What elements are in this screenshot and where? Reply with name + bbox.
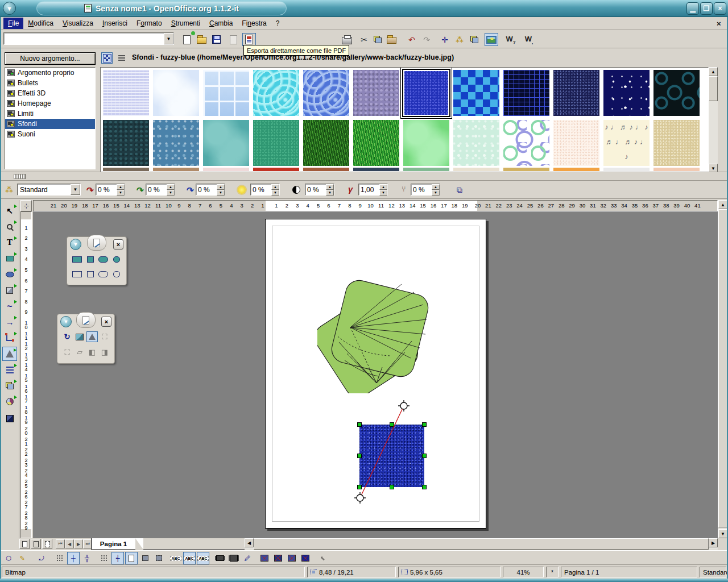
insert-tool[interactable] — [2, 394, 17, 409]
spin-down-icon[interactable]: ▼ — [117, 190, 125, 196]
paste-button[interactable] — [384, 33, 398, 46]
gallery-thumb-partial[interactable] — [603, 168, 650, 171]
square-icon[interactable] — [87, 271, 94, 277]
snap-to-grid-button[interactable] — [98, 552, 110, 564]
spin-up-icon[interactable]: ▲ — [117, 184, 125, 190]
save-button[interactable] — [209, 33, 223, 46]
gallery-scrollbar[interactable]: ▲ ▼ — [709, 67, 718, 173]
layer-view-mode-button[interactable] — [42, 539, 52, 549]
spin-down-icon[interactable]: ▼ — [217, 190, 225, 196]
gallery-scroll-thumb[interactable] — [709, 76, 718, 101]
transparency-icon[interactable]: ◧ — [86, 347, 98, 357]
gallery-thumb-clouds-pale-blue[interactable] — [153, 70, 199, 116]
open-button[interactable] — [195, 33, 208, 46]
horizontal-ruler[interactable]: 2120191817161514131211109876543211234567… — [33, 200, 718, 211]
gallery-thumb-water-cyan[interactable] — [253, 70, 299, 116]
transparency-spinfield[interactable]: 0 %▲▼ — [411, 184, 440, 196]
rectangles-floating-toolbar[interactable]: ▼ × — [67, 236, 127, 285]
gallery-thumb-partial[interactable] — [453, 168, 499, 171]
new-theme-button[interactable]: Nuovo argomento... — [5, 52, 96, 65]
select-tool[interactable]: ↖ — [2, 203, 17, 218]
filled-rounded-rectangle-icon[interactable] — [98, 256, 108, 263]
scroll-left-icon[interactable]: ◀ — [245, 538, 254, 547]
gallery-thumb-grass-dark[interactable] — [303, 120, 349, 166]
simple-handles-button[interactable] — [214, 552, 226, 564]
filled-square-icon[interactable] — [87, 256, 94, 263]
zoom-tool[interactable] — [2, 219, 17, 234]
menu-help[interactable]: ? — [271, 18, 284, 29]
print-button[interactable] — [340, 33, 354, 46]
graphics-mode-combobox[interactable]: Standard ▼ — [17, 184, 81, 196]
page-tab[interactable]: Pagina 1 — [91, 538, 135, 550]
gallery-thumb-partial[interactable] — [303, 168, 349, 171]
blue-spinfield[interactable]: 0 %▲▼ — [196, 184, 225, 196]
gallery-theme-bullets[interactable]: Bullets — [5, 78, 95, 88]
red-axis-line[interactable] — [351, 399, 414, 507]
scroll-thumb[interactable] — [718, 209, 727, 527]
interaction-tool[interactable] — [2, 411, 17, 426]
copy-button[interactable] — [371, 33, 384, 46]
undo-button[interactable]: ↶ — [405, 33, 419, 46]
spin-down-icon[interactable]: ▼ — [432, 190, 440, 196]
menu-strumenti[interactable]: Strumenti — [167, 18, 205, 29]
spin-up-icon[interactable]: ▲ — [167, 184, 175, 190]
large-handles-button[interactable] — [228, 552, 240, 564]
gallery-thumb-weave-navy[interactable] — [553, 70, 599, 116]
menu-formato[interactable]: Formato — [132, 18, 167, 29]
chevron-down-icon[interactable]: ▼ — [164, 33, 173, 44]
brightness-spinfield[interactable]: 0 %▲▼ — [250, 184, 280, 196]
arrange-tool[interactable] — [2, 379, 17, 393]
status-zoom[interactable]: 41% — [503, 567, 544, 577]
set-in-circle-icon[interactable]: ⛶ — [99, 331, 110, 342]
alignment-tool[interactable] — [2, 363, 17, 377]
rectangle-icon[interactable] — [72, 271, 82, 277]
gallery-thumb-stucco-purple[interactable] — [353, 70, 399, 116]
close-document-icon[interactable]: × — [717, 19, 721, 28]
vertical-ruler[interactable]: 1234567891011121314151617181920212223242… — [20, 211, 32, 538]
filter-button[interactable]: ⁂ — [2, 183, 16, 197]
scroll-down-icon[interactable]: ▼ — [718, 529, 727, 538]
gallery-splitter[interactable] — [0, 172, 728, 181]
close-icon[interactable]: × — [113, 239, 123, 250]
gallery-theme-argomento-proprio[interactable]: Argomento proprio — [5, 68, 95, 78]
scroll-up-icon[interactable]: ▲ — [709, 67, 718, 76]
menu-finestra[interactable]: Finestra — [237, 18, 271, 29]
gallery-thumb-fuzzy-blue[interactable] — [403, 70, 449, 116]
scroll-thumb[interactable] — [254, 538, 709, 550]
ellipse-tool[interactable] — [2, 267, 17, 281]
flip-icon[interactable] — [74, 331, 85, 342]
gallery-thumb-rough-dark-teal[interactable] — [103, 120, 149, 166]
modify-object-attributes-button[interactable]: 🖉 — [241, 552, 254, 564]
show-grid-button[interactable] — [53, 552, 66, 564]
text-tool[interactable]: T — [2, 235, 17, 250]
system-menu-button[interactable]: ▼ — [3, 2, 16, 15]
gallery-thumb-ripple-teal[interactable] — [203, 120, 249, 166]
spin-up-icon[interactable]: ▲ — [217, 184, 225, 190]
spin-up-icon[interactable]: ▲ — [432, 184, 440, 190]
splitter-grip[interactable] — [14, 174, 26, 179]
horizontal-scrollbar[interactable]: ◀ ▶ — [245, 538, 718, 550]
next-page-icon[interactable]: ▶ — [74, 539, 83, 548]
minimize-button[interactable]: ▁ — [686, 2, 699, 15]
gallery-thumb-partial[interactable] — [503, 168, 549, 171]
snap-to-page-margins-button[interactable] — [125, 552, 138, 564]
gallery-thumb-partial[interactable] — [403, 168, 449, 171]
hyperlink-dialog-button[interactable] — [468, 33, 481, 46]
rotate-icon[interactable]: ↻ — [61, 331, 73, 342]
spin-up-icon[interactable]: ▲ — [271, 184, 279, 190]
gallery-theme-sfondi[interactable]: Sfondi — [5, 119, 95, 129]
url-combobox[interactable]: ▼ — [3, 32, 174, 45]
previous-page-icon[interactable]: ◀ — [65, 539, 74, 548]
gallery-thumb-water-blue[interactable] — [303, 70, 349, 116]
navigator-button[interactable]: ✛ — [438, 33, 452, 46]
show-snap-lines-button[interactable]: ┼ — [67, 552, 80, 564]
gallery-thumb-partial[interactable] — [553, 168, 599, 171]
line-contour-button[interactable] — [299, 552, 312, 564]
floating-toolbar-titlebar[interactable]: ▼ × — [67, 237, 126, 252]
gallery-thumb-stars-night[interactable] — [603, 70, 650, 116]
status-page[interactable]: Pagina 1 / 1 — [561, 567, 697, 577]
lines-arrows-tool[interactable]: → — [2, 315, 17, 329]
contour-mode-button[interactable] — [272, 552, 284, 564]
rounded-square-icon[interactable] — [113, 271, 120, 277]
crop-button[interactable]: ⧉ — [453, 183, 466, 197]
